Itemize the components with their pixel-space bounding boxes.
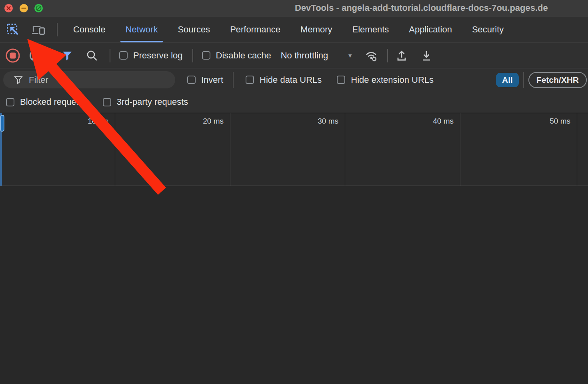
toolbar-separator xyxy=(387,49,388,62)
download-icon xyxy=(420,49,433,62)
disable-cache-label: Disable cache xyxy=(216,50,271,61)
zoom-window-icon[interactable] xyxy=(34,4,43,13)
preserve-log-toggle[interactable]: Preserve log xyxy=(119,50,183,61)
type-filter-all[interactable]: All xyxy=(496,73,519,87)
filter-separator xyxy=(523,72,524,88)
tab-application[interactable]: Application xyxy=(399,17,462,42)
request-type-chips: All Fetch/XHR xyxy=(496,72,587,88)
third-party-requests-checkbox[interactable] xyxy=(103,98,111,106)
network-overview-timeline[interactable]: 10 ms 20 ms 30 ms 40 ms 50 ms xyxy=(0,113,588,186)
tab-security[interactable]: Security xyxy=(462,17,514,42)
blocked-requests-checkbox[interactable] xyxy=(6,98,14,106)
request-filters-row: Blocked requests 3rd-party requests xyxy=(0,91,588,113)
device-toolbar-icon xyxy=(31,23,46,36)
toggle-device-toolbar-button[interactable] xyxy=(30,21,46,38)
filter-toggle-button[interactable] xyxy=(59,47,75,64)
timeline-tick-label: 10 ms xyxy=(64,117,108,126)
preserve-log-label: Preserve log xyxy=(133,50,183,61)
requests-panel: Recordi Perform a request xyxy=(0,186,588,384)
clear-icon xyxy=(29,49,42,62)
tab-memory[interactable]: Memory xyxy=(290,17,342,42)
chevron-down-icon: ▼ xyxy=(347,52,353,59)
filter-funnel-icon xyxy=(14,75,23,85)
inspect-element-button[interactable] xyxy=(5,21,21,38)
search-icon xyxy=(86,49,98,62)
hide-data-urls-label: Hide data URLs xyxy=(260,75,322,85)
filter-input-wrap xyxy=(3,71,175,88)
clear-network-log-button[interactable] xyxy=(27,47,43,64)
throttling-select[interactable]: No throttling ▼ xyxy=(281,50,353,61)
overview-drag-handle[interactable] xyxy=(0,115,4,132)
blocked-requests-label: Blocked requests xyxy=(20,97,88,107)
timeline-tick-label: 30 ms xyxy=(294,117,338,126)
hide-extension-urls-toggle[interactable]: Hide extension URLs xyxy=(337,75,434,85)
filter-input[interactable] xyxy=(3,71,175,88)
window-title: DevTools - angela-add-tutorial.cloudflar… xyxy=(295,3,588,15)
third-party-requests-label: 3rd-party requests xyxy=(117,97,188,107)
hide-data-urls-toggle[interactable]: Hide data URLs xyxy=(246,75,322,85)
disable-cache-toggle[interactable]: Disable cache xyxy=(202,50,271,61)
hide-extension-urls-label: Hide extension URLs xyxy=(351,75,434,85)
tab-sources[interactable]: Sources xyxy=(168,17,220,42)
tab-elements[interactable]: Elements xyxy=(342,17,399,42)
minimize-window-icon[interactable] xyxy=(19,4,28,13)
stop-record-icon xyxy=(5,48,21,64)
timeline-tick-label: 40 ms xyxy=(410,117,454,126)
type-filter-fetch-xhr[interactable]: Fetch/XHR xyxy=(528,72,587,88)
funnel-icon xyxy=(61,50,73,62)
throttling-value: No throttling xyxy=(281,50,328,61)
devtools-tabbar: Console Network Sources Performance Memo… xyxy=(0,17,588,43)
tab-performance[interactable]: Performance xyxy=(220,17,290,42)
tabbar-separator xyxy=(57,23,58,36)
preserve-log-checkbox[interactable] xyxy=(119,51,128,60)
close-window-icon[interactable] xyxy=(4,4,13,13)
network-conditions-icon xyxy=(364,48,378,63)
timeline-tick-label: 20 ms xyxy=(180,117,224,126)
disable-cache-checkbox[interactable] xyxy=(202,51,210,60)
window-titlebar: DevTools - angela-add-tutorial.cloudflar… xyxy=(0,0,588,17)
toolbar-separator xyxy=(51,49,52,62)
network-toolbar: Preserve log Disable cache No throttling… xyxy=(0,43,588,68)
hide-extension-urls-checkbox[interactable] xyxy=(337,76,345,84)
invert-checkbox[interactable] xyxy=(187,76,196,84)
tab-network[interactable]: Network xyxy=(116,17,168,42)
search-button[interactable] xyxy=(84,47,100,64)
third-party-requests-toggle[interactable]: 3rd-party requests xyxy=(103,97,188,107)
import-har-button[interactable] xyxy=(394,47,410,64)
blocked-requests-toggle[interactable]: Blocked requests xyxy=(6,97,88,107)
toolbar-separator xyxy=(110,49,110,62)
upload-icon xyxy=(395,49,408,62)
record-network-log-button[interactable] xyxy=(5,47,21,64)
inspect-cursor-icon xyxy=(6,23,20,36)
filter-separator xyxy=(233,72,234,88)
network-filter-bar: Invert Hide data URLs Hide extension URL… xyxy=(0,68,588,91)
invert-toggle[interactable]: Invert xyxy=(187,75,223,85)
toolbar-separator xyxy=(192,49,193,62)
export-har-button[interactable] xyxy=(418,47,434,64)
timeline-tick-label: 50 ms xyxy=(526,117,570,126)
invert-label: Invert xyxy=(201,75,223,85)
hide-data-urls-checkbox[interactable] xyxy=(246,76,254,84)
tab-console[interactable]: Console xyxy=(63,17,116,42)
network-conditions-button[interactable] xyxy=(363,47,379,64)
